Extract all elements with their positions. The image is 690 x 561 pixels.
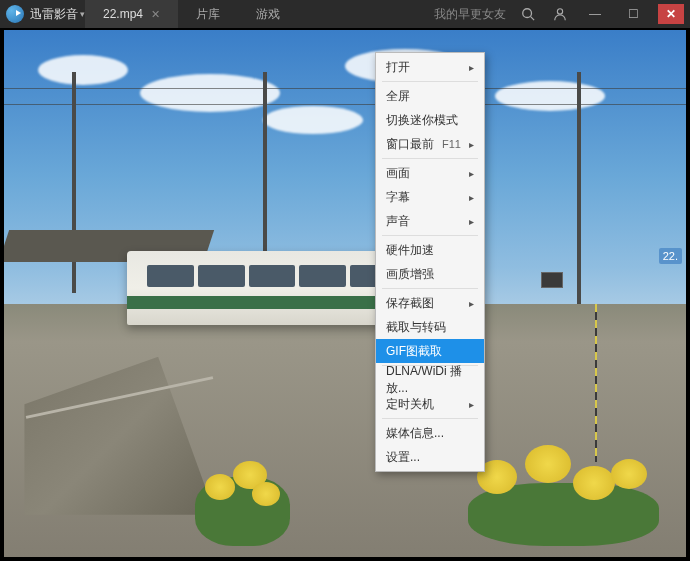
chevron-right-icon: ▸ bbox=[469, 298, 474, 309]
svg-line-1 bbox=[531, 17, 535, 21]
chevron-right-icon: ▸ bbox=[469, 216, 474, 227]
menu-item[interactable]: 声音▸ bbox=[376, 209, 484, 233]
tab-games[interactable]: 游戏 bbox=[238, 0, 298, 28]
menu-separator bbox=[382, 418, 478, 419]
tab-label: 22.mp4 bbox=[103, 7, 143, 21]
scene-flowers bbox=[195, 431, 290, 547]
chevron-right-icon: ▸ bbox=[469, 168, 474, 179]
minimize-button[interactable]: — bbox=[582, 4, 608, 24]
menu-item-label: 定时关机 bbox=[386, 396, 434, 413]
app-name[interactable]: 迅雷影音 ▾ bbox=[30, 6, 85, 23]
menu-item-label: 打开 bbox=[386, 59, 410, 76]
menu-item[interactable]: 画面▸ bbox=[376, 161, 484, 185]
menu-item[interactable]: 全屏 bbox=[376, 84, 484, 108]
menu-separator bbox=[382, 158, 478, 159]
menu-item-label: 媒体信息... bbox=[386, 425, 444, 442]
titlebar: 迅雷影音 ▾ 22.mp4 ✕ 片库 游戏 我的早更女友 — ☐ ✕ bbox=[0, 0, 690, 28]
context-menu: 打开▸全屏切换迷你模式窗口最前F11▸画面▸字幕▸声音▸硬件加速画质增强保存截图… bbox=[375, 52, 485, 472]
tab-library[interactable]: 片库 bbox=[178, 0, 238, 28]
video-frame: 22. bbox=[4, 30, 686, 557]
close-button[interactable]: ✕ bbox=[658, 4, 684, 24]
menu-item[interactable]: 媒体信息... bbox=[376, 421, 484, 445]
video-area[interactable]: 22. 打开▸全屏切换迷你模式窗口最前F11▸画面▸字幕▸声音▸硬件加速画质增强… bbox=[0, 28, 690, 561]
close-icon[interactable]: ✕ bbox=[151, 8, 160, 21]
chevron-right-icon: ▸ bbox=[469, 139, 474, 150]
app-name-text: 迅雷影音 bbox=[30, 6, 78, 23]
menu-item-label: 设置... bbox=[386, 449, 420, 466]
menu-item-label: 切换迷你模式 bbox=[386, 112, 458, 129]
window-controls: 我的早更女友 — ☐ ✕ bbox=[434, 4, 690, 24]
menu-item-label: 字幕 bbox=[386, 189, 410, 206]
menu-item[interactable]: 设置... bbox=[376, 445, 484, 469]
tab-label: 片库 bbox=[196, 6, 220, 23]
menu-shortcut: F11 bbox=[442, 138, 461, 150]
menu-item[interactable]: 字幕▸ bbox=[376, 185, 484, 209]
menu-item-label: 硬件加速 bbox=[386, 242, 434, 259]
scene-wire bbox=[4, 104, 686, 105]
scene-sign bbox=[541, 272, 563, 288]
search-icon[interactable] bbox=[518, 4, 538, 24]
maximize-button[interactable]: ☐ bbox=[620, 4, 646, 24]
menu-item-label: GIF图截取 bbox=[386, 343, 442, 360]
menu-item-label: 声音 bbox=[386, 213, 410, 230]
menu-item[interactable]: 硬件加速 bbox=[376, 238, 484, 262]
menu-item[interactable]: 截取与转码 bbox=[376, 315, 484, 339]
user-icon[interactable] bbox=[550, 4, 570, 24]
menu-separator bbox=[382, 288, 478, 289]
menu-item[interactable]: GIF图截取 bbox=[376, 339, 484, 363]
menu-separator bbox=[382, 235, 478, 236]
menu-item[interactable]: 定时关机▸ bbox=[376, 392, 484, 416]
svg-point-0 bbox=[523, 9, 532, 18]
menu-item[interactable]: 画质增强 bbox=[376, 262, 484, 286]
chevron-right-icon: ▸ bbox=[469, 399, 474, 410]
tab-file[interactable]: 22.mp4 ✕ bbox=[85, 0, 178, 28]
svg-point-2 bbox=[557, 9, 562, 14]
menu-item[interactable]: 保存截图▸ bbox=[376, 291, 484, 315]
menu-separator bbox=[382, 81, 478, 82]
tabs: 22.mp4 ✕ 片库 游戏 bbox=[85, 0, 298, 28]
time-badge: 22. bbox=[659, 248, 682, 264]
scene-flowers bbox=[468, 431, 659, 547]
scene-pole bbox=[577, 72, 581, 304]
chevron-right-icon: ▸ bbox=[469, 192, 474, 203]
menu-item[interactable]: 窗口最前F11▸ bbox=[376, 132, 484, 156]
header-link[interactable]: 我的早更女友 bbox=[434, 6, 506, 23]
menu-item-label: 画面 bbox=[386, 165, 410, 182]
scene-wire bbox=[4, 88, 686, 89]
menu-item-label: 窗口最前 bbox=[386, 136, 434, 153]
menu-item[interactable]: 打开▸ bbox=[376, 55, 484, 79]
tab-label: 游戏 bbox=[256, 6, 280, 23]
app-logo-icon bbox=[6, 5, 24, 23]
menu-item[interactable]: DLNA/WiDi 播放... bbox=[376, 368, 484, 392]
menu-item-label: 全屏 bbox=[386, 88, 410, 105]
menu-item-label: 保存截图 bbox=[386, 295, 434, 312]
menu-item[interactable]: 切换迷你模式 bbox=[376, 108, 484, 132]
menu-item-label: 截取与转码 bbox=[386, 319, 446, 336]
chevron-right-icon: ▸ bbox=[469, 62, 474, 73]
menu-item-label: 画质增强 bbox=[386, 266, 434, 283]
